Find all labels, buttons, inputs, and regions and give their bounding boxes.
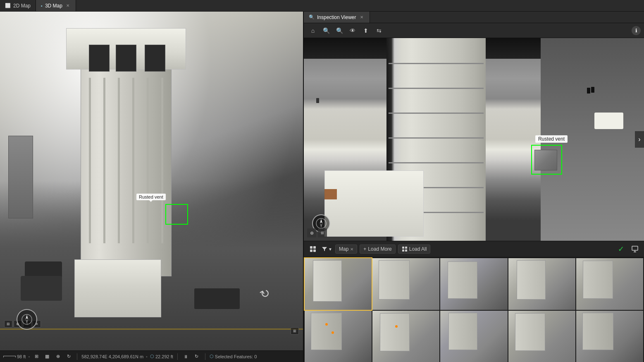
- map-grid-btn[interactable]: ⊞: [291, 327, 299, 335]
- svg-rect-9: [313, 249, 316, 252]
- view-mini-icon[interactable]: ⊕: [307, 228, 316, 237]
- thumb-image-6: [305, 311, 372, 362]
- base-building: [74, 259, 161, 317]
- aerial-photo: Rusted vent › ⊕: [304, 38, 644, 241]
- main-content: Rusted vent ↻ ⊞ ⊕ ↑ ≡: [0, 12, 644, 362]
- marker-2: [332, 331, 334, 334]
- tab-2dmap[interactable]: ⬜ 2D Map: [0, 0, 36, 11]
- refresh-btn[interactable]: ↻: [193, 352, 201, 361]
- thumbnail-9[interactable]: [508, 311, 575, 362]
- thumb-image-8: [440, 311, 507, 362]
- viewer-image-area[interactable]: Rusted vent › ⊕: [304, 38, 644, 241]
- map-filter-close[interactable]: ✕: [350, 247, 353, 252]
- check-icon: ✓: [618, 245, 624, 254]
- scale-value: 98 ft: [17, 354, 26, 359]
- filter-svg: [322, 246, 327, 252]
- svg-rect-10: [402, 247, 404, 249]
- thumb-image-7: [372, 311, 439, 362]
- thumbnail-6[interactable]: [305, 311, 372, 362]
- tower-body: [81, 36, 172, 276]
- zoom-out-view-btn[interactable]: 🔍: [334, 25, 345, 36]
- selection-btn[interactable]: ▦: [43, 352, 51, 361]
- inspection-tab[interactable]: 🔍 Inspection Viewer ✕: [304, 12, 370, 23]
- thumbnail-10[interactable]: [576, 311, 643, 362]
- svg-rect-12: [402, 249, 404, 252]
- thumbnail-3[interactable]: [440, 258, 507, 310]
- svg-rect-13: [405, 249, 407, 252]
- tab-3dmap[interactable]: ▪ 3D Map ✕: [36, 0, 76, 11]
- scale-bar: [3, 356, 16, 357]
- thumbnail-5[interactable]: [576, 258, 643, 310]
- distance-label: ⬡ 22.292 ft: [150, 354, 173, 359]
- thumb-image-9: [508, 311, 575, 362]
- thumb-image-1: [305, 258, 372, 310]
- person-3: [316, 98, 319, 103]
- filter-dropdown-arrow: ▼: [328, 247, 332, 252]
- link-btn[interactable]: ⇆: [373, 25, 385, 36]
- tower-pillar-4: [132, 78, 134, 243]
- inspection-tab-close[interactable]: ✕: [359, 14, 365, 20]
- eye-btn[interactable]: 👁: [347, 25, 358, 36]
- nav-mode-btn[interactable]: ⊞: [32, 352, 41, 361]
- svg-marker-2: [26, 319, 28, 324]
- 3d-scene[interactable]: Rusted vent ↻ ⊞ ⊕ ↑ ≡: [0, 12, 303, 350]
- compass-circle: [17, 309, 37, 330]
- svg-marker-1: [26, 315, 28, 319]
- map-2d-icon: ⬜: [5, 3, 11, 8]
- rotate-btn[interactable]: ↻: [64, 352, 73, 361]
- rust-marker: [324, 189, 337, 199]
- 3dmap-panel: Rusted vent ↻ ⊞ ⊕ ↑ ≡: [0, 12, 304, 362]
- view-mini-icon-2[interactable]: ⊞: [318, 228, 327, 237]
- band-1: [389, 63, 484, 64]
- thumbnail-7[interactable]: [372, 311, 439, 362]
- info-btn[interactable]: ℹ: [632, 26, 641, 35]
- thumbnails-grid: [305, 258, 643, 362]
- load-more-plus: +: [363, 246, 366, 252]
- thumb-image-2: [372, 258, 439, 310]
- tab-3dmap-close[interactable]: ✕: [65, 3, 71, 9]
- thumb-image-10: [576, 311, 643, 362]
- tower-pillar-5: [147, 78, 149, 243]
- export-btn[interactable]: ⬆: [360, 25, 372, 36]
- home-btn[interactable]: ⌂: [307, 25, 319, 36]
- filter-icon-btn[interactable]: ▼: [321, 243, 333, 255]
- thumbnail-2[interactable]: [372, 258, 439, 310]
- grid-icon-svg: [310, 246, 316, 252]
- thumbnail-4[interactable]: [508, 258, 575, 310]
- vehicle-aerial-1: [594, 113, 623, 129]
- tower-window-3: [145, 45, 165, 72]
- measure-btn[interactable]: ⊕: [54, 352, 62, 361]
- white-roof: [324, 170, 424, 237]
- compass-svg: [21, 314, 33, 325]
- play-btn[interactable]: ⏸: [182, 352, 190, 361]
- distance-value: 22.292 ft: [155, 354, 173, 359]
- tower-window-1: [89, 45, 110, 72]
- load-all-btn[interactable]: Load All: [398, 245, 431, 254]
- tower-pillar-2: [103, 78, 105, 243]
- thumbnail-8[interactable]: [440, 311, 507, 362]
- viewer-annotation: Rusted vent: [535, 135, 568, 143]
- inspection-tab-label: Inspection Viewer: [317, 14, 356, 20]
- inspection-panel: 🔍 Inspection Viewer ✕ ⌂ 🔍 🔍 👁 ⬆ ⇆ ℹ: [304, 12, 644, 362]
- viewer-toolbar: ▼ Map ✕ + Load More Load All: [304, 241, 644, 257]
- thumb-image-4: [508, 258, 575, 310]
- scale-label: 98 ft: [3, 354, 26, 359]
- thumbnail-1[interactable]: [305, 258, 372, 310]
- thumb-image-5: [576, 258, 643, 310]
- export-grid-btn[interactable]: [629, 243, 641, 255]
- viewer-expand-arrow[interactable]: ›: [635, 131, 644, 148]
- band-2: [389, 88, 484, 89]
- vent-component: [534, 150, 557, 170]
- zoom-extent-btn[interactable]: ⊞: [4, 320, 12, 328]
- map-filter-btn[interactable]: Map ✕: [335, 245, 357, 254]
- load-more-btn[interactable]: + Load More: [360, 245, 395, 254]
- person-1: [587, 88, 590, 93]
- grid-filter-icon[interactable]: [307, 243, 319, 255]
- confirm-btn[interactable]: ✓: [615, 243, 627, 255]
- thumbnails-area[interactable]: [304, 257, 644, 362]
- coordinates-value: 582,928.74E 4,204,689.61N m: [81, 354, 143, 359]
- compass-3d: [17, 309, 37, 330]
- coordinates-label: 582,928.74E 4,204,689.61N m: [81, 354, 143, 359]
- zoom-in-view-btn[interactable]: 🔍: [320, 25, 332, 36]
- svg-rect-14: [632, 246, 638, 250]
